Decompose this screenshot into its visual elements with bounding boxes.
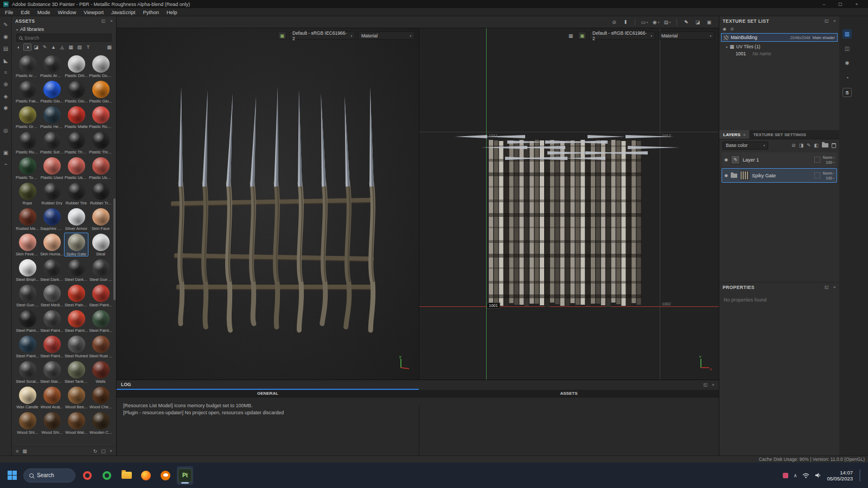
asset-item[interactable]: Steel Dark ... — [40, 258, 64, 282]
pause-engine-icon[interactable]: ‖ — [621, 18, 630, 27]
navigation-gizmo-3d[interactable]: y — [397, 355, 412, 371]
asset-item[interactable]: Steel Scrat... — [15, 360, 40, 384]
tab-texture-set-settings[interactable]: TEXTURE SET SETTINGS — [749, 130, 809, 139]
shading-mode-dropdown-2d[interactable]: Material ▾ — [658, 31, 714, 40]
menu-viewport[interactable]: Viewport — [80, 9, 107, 15]
menu-python[interactable]: Python — [139, 9, 163, 15]
procedurals-filter-icon[interactable]: ◬ — [58, 43, 66, 51]
asset-item[interactable]: Plastic Fak... — [15, 80, 40, 104]
show-all-sets-icon[interactable]: ◉ — [723, 27, 726, 31]
environment-icon[interactable]: ▣ — [278, 31, 286, 40]
uv-tiles-group[interactable]: ▾ ▦ UV Tiles (1) — [719, 42, 839, 49]
mask-slot-icon[interactable] — [814, 172, 820, 178]
red-ring-app-icon[interactable] — [79, 466, 95, 485]
green-ring-app-icon[interactable] — [99, 466, 115, 485]
show-desktop-button[interactable] — [859, 470, 860, 481]
asset-item[interactable]: Wax Candle — [15, 386, 40, 409]
asset-item[interactable]: Wood Wal... — [64, 411, 88, 435]
import-assets-icon[interactable]: + — [110, 448, 112, 454]
opacity-dropdown[interactable]: 100▾ — [826, 160, 834, 165]
lazy-mouse-icon[interactable]: ~ — [2, 160, 10, 169]
close-panel-icon[interactable]: × — [833, 18, 836, 23]
asset-item[interactable]: Plastic Thic... — [88, 131, 113, 155]
substance-share-icon[interactable]: S — [843, 88, 852, 97]
detach-panel-icon[interactable]: ◱ — [704, 382, 708, 387]
texture-set-row-selected[interactable]: MainBuilding 2048x2048 Main shader — [721, 33, 838, 42]
asset-item[interactable]: Rubber Tr... — [88, 182, 113, 206]
hide-ui-icon[interactable]: ⊘ — [610, 18, 618, 27]
opacity-dropdown[interactable]: 100▾ — [826, 176, 834, 181]
quick-mask-icon[interactable]: ◎ — [2, 126, 10, 134]
tray-app-icon[interactable] — [783, 473, 788, 478]
asset-item[interactable]: Silver Armor — [64, 207, 88, 231]
shading-mode-dropdown-3d[interactable]: Material ▾ — [358, 31, 414, 40]
asset-item[interactable]: Plastic Matte — [64, 105, 88, 129]
close-button[interactable]: × — [848, 0, 865, 8]
symmetry-icon[interactable]: ▣ — [2, 149, 10, 157]
asset-scroll-area[interactable]: Plastic Arm...Plastic Arm...Plastic Dirt… — [12, 53, 116, 446]
eraser-tool-icon[interactable]: ◉ — [2, 33, 10, 41]
asset-item[interactable]: Plastic Soft... — [40, 131, 64, 155]
detach-panel-icon[interactable]: ◱ — [825, 18, 829, 23]
assets-scrollbar[interactable] — [113, 198, 116, 301]
asset-item[interactable]: Plastic Arm... — [40, 54, 64, 78]
menu-javascript[interactable]: JavaScript — [107, 9, 139, 15]
resize-thumbnails-icon[interactable]: ▢ — [101, 448, 106, 454]
material-picker-tool-icon[interactable]: ◈ — [2, 92, 10, 100]
display-settings-icon[interactable]: ◫ — [843, 44, 852, 53]
tab-general[interactable]: GENERAL — [117, 390, 419, 397]
viewport-2d-uv[interactable]: ▦ ▣ Default - sRGB IEC61966-2 ▾ Material… — [419, 28, 719, 380]
search-box[interactable] — [16, 34, 112, 42]
asset-item[interactable]: Rubber Tire — [64, 182, 88, 206]
asset-item[interactable]: Rubber Dry — [40, 182, 64, 206]
uv-tile-row[interactable]: 1001 No name — [719, 49, 839, 56]
asset-item[interactable]: Plastic Usa... — [64, 156, 88, 180]
firefox-icon[interactable] — [138, 466, 154, 485]
asset-item[interactable]: Steel Paint... — [40, 335, 64, 358]
channel-dropdown[interactable]: Base color ▾ — [723, 142, 768, 150]
details-view-icon[interactable]: ≡ — [16, 448, 18, 454]
navigation-gizmo-2d[interactable]: v u — [697, 355, 712, 371]
asset-item[interactable]: Skin Face — [88, 207, 113, 231]
file-explorer-icon[interactable] — [118, 466, 135, 485]
perspective-icon[interactable]: ▭▾ — [640, 18, 649, 27]
colorspace-dropdown-2d[interactable]: Default - sRGB IEC61966-2 ▾ — [589, 31, 655, 40]
asset-item[interactable]: Wood Che... — [88, 386, 113, 409]
history-icon[interactable]: ◔ — [843, 73, 852, 82]
visibility-eye-icon[interactable]: ◉ — [724, 157, 728, 162]
shader-settings-icon[interactable]: ✱ — [843, 59, 852, 68]
eraser-mode-icon[interactable]: ◪ — [693, 18, 702, 27]
detach-panel-icon[interactable]: ◱ — [101, 18, 106, 23]
close-panel-icon[interactable]: × — [712, 382, 714, 387]
paint-mode-icon[interactable]: ✎ — [682, 18, 691, 27]
materials-filter-icon[interactable]: ◐ — [15, 43, 23, 51]
asset-item[interactable]: Steel Gun ... — [15, 284, 40, 307]
asset-item[interactable]: Steel Paint... — [88, 309, 113, 333]
asset-item[interactable]: Sapphire C... — [40, 207, 64, 231]
menu-help[interactable]: Help — [163, 9, 181, 15]
asset-item[interactable]: Steel Paint... — [88, 284, 113, 307]
assets-shelf-icon[interactable]: ▥ — [843, 29, 852, 38]
asset-item[interactable]: Wood Acaj... — [40, 386, 64, 409]
asset-item[interactable]: Steel Painted — [64, 284, 88, 307]
search-input[interactable] — [24, 35, 109, 41]
asset-item[interactable]: Steel Dark ... — [64, 258, 88, 282]
hidden-icons-chevron[interactable]: ∧ — [794, 473, 797, 478]
asset-item[interactable]: Rope — [15, 182, 40, 206]
smudge-tool-icon[interactable]: ≈ — [2, 68, 10, 76]
asset-item[interactable]: Steel Brigh... — [15, 258, 40, 282]
delete-layer-icon[interactable] — [832, 143, 836, 148]
render-icon[interactable]: ▤▾ — [663, 18, 672, 27]
paint-tool-icon[interactable]: ✎ — [2, 21, 10, 29]
polygon-fill-tool-icon[interactable]: ◣ — [2, 56, 10, 65]
close-panel-icon[interactable]: × — [110, 18, 113, 23]
pick-material-icon[interactable]: ⊘ — [792, 143, 796, 148]
asset-item[interactable]: Plastic Usa... — [88, 156, 113, 180]
projection-mode-icon[interactable]: ▣ — [705, 18, 713, 27]
asset-item[interactable]: Wood Shi... — [40, 411, 64, 435]
view-options-icon[interactable]: ▩ — [105, 43, 113, 51]
smart-materials-filter-icon[interactable]: ◑ — [23, 43, 31, 51]
volume-icon[interactable] — [815, 472, 821, 478]
taskbar-clock[interactable]: 14:07 05/05/2023 — [827, 470, 853, 481]
asset-item[interactable]: Wooden C... — [88, 411, 113, 435]
